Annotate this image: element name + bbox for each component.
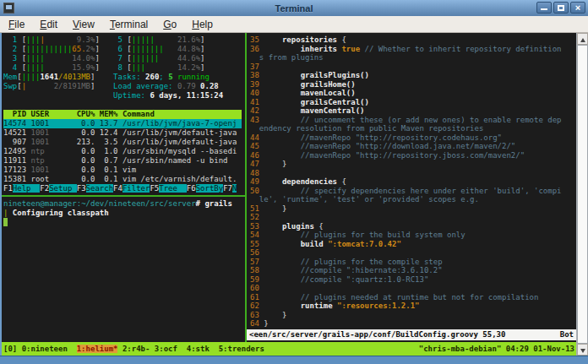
tmux-horizontal-pane-border[interactable] [2, 195, 245, 197]
minimize-icon [541, 8, 547, 10]
menubar: File Edit View Terminal Go Help [0, 16, 588, 33]
menu-file[interactable]: File [8, 19, 24, 30]
window-bottom-border [0, 356, 588, 364]
menu-edit[interactable]: Edit [40, 19, 57, 30]
terminal-content[interactable]: 1 [|||| 9.3%] 5 [||||| 21.6%] 2 [|||||||… [2, 33, 576, 356]
menu-terminal[interactable]: Terminal [110, 19, 148, 30]
vim-status-position: Bot [560, 329, 574, 340]
vim-status-filename: <een/src/server/grails-app/conf/BuildCon… [249, 329, 505, 340]
window-title: Terminal [0, 3, 588, 14]
menu-go[interactable]: Go [163, 19, 177, 30]
arrow-down-icon [580, 349, 585, 353]
vim-statusline: <een/src/server/grails-app/conf/BuildCon… [247, 329, 576, 340]
close-button[interactable]: × [570, 2, 585, 14]
tmux-window-list: [0] 0:nineteen 1:helium* 2:r4b- 3:ocf 4:… [3, 342, 264, 356]
menu-help[interactable]: Help [192, 19, 213, 30]
vim-editor-pane[interactable]: 35 repositories {36 inherits true // Whe… [250, 35, 574, 329]
menu-view[interactable]: View [73, 19, 95, 30]
scroll-up-button[interactable] [577, 33, 588, 45]
tmux-status-bar: [0] 0:nineteen 1:helium* 2:r4b- 3:ocf 4:… [2, 342, 576, 356]
maximize-button[interactable] [553, 2, 569, 14]
shell-pane[interactable]: nineteen@manager:~/dev/nineteen/src/serv… [3, 199, 242, 227]
tmux-vertical-pane-border[interactable] [245, 33, 247, 342]
scroll-down-button[interactable] [577, 344, 588, 356]
minimize-button[interactable] [536, 2, 552, 14]
scrollbar-thumb[interactable] [577, 45, 588, 344]
scrollbar[interactable] [576, 33, 588, 356]
titlebar[interactable]: Terminal × [0, 0, 588, 16]
maximize-icon [558, 5, 564, 11]
close-icon: × [571, 3, 585, 13]
tmux-status-right: "chris-mba-debian" 04:29 01-Nov-13 [419, 342, 574, 356]
htop-pane[interactable]: 1 [|||| 9.3%] 5 [||||| 21.6%] 2 [|||||||… [3, 35, 242, 193]
window-buttons: × [536, 2, 585, 14]
terminal-window: Terminal × File Edit View Terminal Go He… [0, 0, 588, 364]
arrow-up-icon [580, 38, 585, 42]
